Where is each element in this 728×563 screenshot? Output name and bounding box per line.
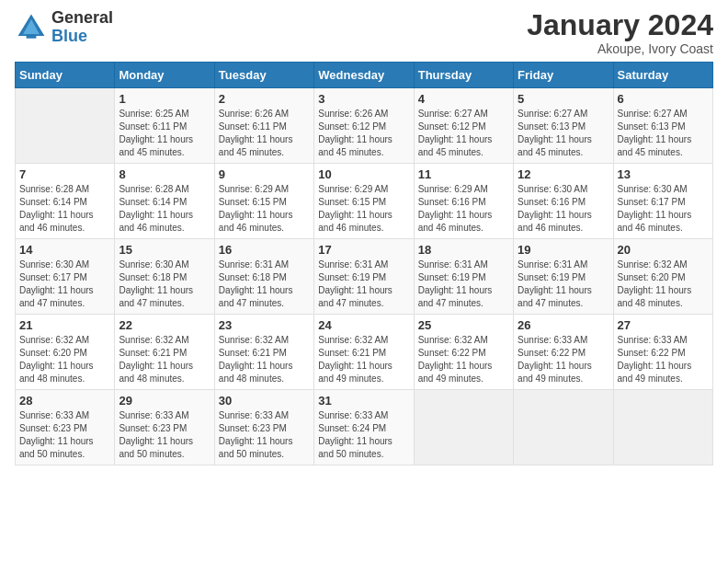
header-day: Monday — [115, 63, 214, 88]
day-info: Sunrise: 6:32 AMSunset: 6:20 PMDaylight:… — [618, 259, 709, 310]
day-info: Sunrise: 6:33 AMSunset: 6:22 PMDaylight:… — [618, 334, 709, 385]
day-info: Sunrise: 6:32 AMSunset: 6:20 PMDaylight:… — [19, 334, 110, 385]
day-info: Sunrise: 6:31 AMSunset: 6:19 PMDaylight:… — [318, 259, 409, 310]
logo-blue-text: Blue — [51, 28, 113, 46]
day-number: 12 — [518, 167, 609, 181]
calendar-cell: 13Sunrise: 6:30 AMSunset: 6:17 PMDayligh… — [613, 164, 712, 239]
header-day: Sunday — [16, 63, 115, 88]
calendar-cell: 16Sunrise: 6:31 AMSunset: 6:18 PMDayligh… — [214, 239, 313, 315]
calendar-table: SundayMondayTuesdayWednesdayThursdayFrid… — [15, 62, 713, 465]
calendar-cell: 4Sunrise: 6:27 AMSunset: 6:12 PMDaylight… — [414, 88, 513, 164]
logo-text: General Blue — [51, 9, 113, 46]
calendar-cell: 29Sunrise: 6:33 AMSunset: 6:23 PMDayligh… — [115, 390, 214, 465]
calendar-cell: 22Sunrise: 6:32 AMSunset: 6:21 PMDayligh… — [115, 315, 214, 390]
day-info: Sunrise: 6:31 AMSunset: 6:18 PMDaylight:… — [219, 259, 310, 310]
calendar-cell: 26Sunrise: 6:33 AMSunset: 6:22 PMDayligh… — [514, 315, 613, 390]
day-number: 9 — [219, 167, 310, 181]
day-number: 27 — [618, 318, 709, 332]
calendar-cell: 23Sunrise: 6:32 AMSunset: 6:21 PMDayligh… — [214, 315, 313, 390]
calendar-cell: 5Sunrise: 6:27 AMSunset: 6:13 PMDaylight… — [514, 88, 613, 164]
calendar-cell: 15Sunrise: 6:30 AMSunset: 6:18 PMDayligh… — [115, 239, 214, 315]
day-number: 18 — [418, 243, 509, 257]
calendar-cell: 18Sunrise: 6:31 AMSunset: 6:19 PMDayligh… — [414, 239, 513, 315]
day-info: Sunrise: 6:33 AMSunset: 6:23 PMDaylight:… — [219, 409, 310, 461]
day-number: 16 — [219, 243, 310, 257]
day-info: Sunrise: 6:28 AMSunset: 6:14 PMDaylight:… — [119, 183, 210, 235]
day-number: 3 — [318, 92, 409, 106]
logo-general-text: General — [51, 9, 113, 28]
calendar-cell — [414, 390, 513, 465]
calendar-week-row: 28Sunrise: 6:33 AMSunset: 6:23 PMDayligh… — [16, 390, 713, 465]
day-number: 10 — [318, 167, 409, 181]
calendar-week-row: 1Sunrise: 6:25 AMSunset: 6:11 PMDaylight… — [16, 88, 713, 164]
day-info: Sunrise: 6:33 AMSunset: 6:22 PMDaylight:… — [518, 334, 609, 385]
day-number: 4 — [418, 92, 509, 106]
day-number: 31 — [318, 394, 409, 408]
calendar-cell: 6Sunrise: 6:27 AMSunset: 6:13 PMDaylight… — [613, 88, 712, 164]
header-day: Tuesday — [214, 63, 313, 88]
title-block: January 2024 Akoupe, Ivory Coast — [527, 9, 713, 56]
header-day: Saturday — [613, 63, 712, 88]
day-number: 24 — [318, 318, 409, 332]
day-number: 15 — [119, 243, 210, 257]
calendar-cell: 2Sunrise: 6:26 AMSunset: 6:11 PMDaylight… — [214, 88, 313, 164]
day-number: 6 — [618, 92, 709, 106]
day-number: 5 — [518, 92, 609, 106]
calendar-cell: 14Sunrise: 6:30 AMSunset: 6:17 PMDayligh… — [16, 239, 115, 315]
calendar-cell: 8Sunrise: 6:28 AMSunset: 6:14 PMDaylight… — [115, 164, 214, 239]
day-info: Sunrise: 6:27 AMSunset: 6:13 PMDaylight:… — [518, 108, 609, 159]
day-number: 29 — [119, 394, 210, 408]
calendar-cell: 19Sunrise: 6:31 AMSunset: 6:19 PMDayligh… — [514, 239, 613, 315]
calendar-cell: 12Sunrise: 6:30 AMSunset: 6:16 PMDayligh… — [514, 164, 613, 239]
day-number: 28 — [19, 394, 110, 408]
calendar-cell: 10Sunrise: 6:29 AMSunset: 6:15 PMDayligh… — [314, 164, 414, 239]
calendar-week-row: 7Sunrise: 6:28 AMSunset: 6:14 PMDaylight… — [16, 164, 713, 239]
header-day: Thursday — [414, 63, 513, 88]
day-info: Sunrise: 6:27 AMSunset: 6:13 PMDaylight:… — [618, 108, 709, 159]
calendar-week-row: 14Sunrise: 6:30 AMSunset: 6:17 PMDayligh… — [16, 239, 713, 315]
calendar-cell: 1Sunrise: 6:25 AMSunset: 6:11 PMDaylight… — [115, 88, 214, 164]
header-day: Friday — [514, 63, 613, 88]
day-info: Sunrise: 6:31 AMSunset: 6:19 PMDaylight:… — [418, 259, 509, 310]
day-info: Sunrise: 6:29 AMSunset: 6:16 PMDaylight:… — [418, 183, 509, 235]
day-info: Sunrise: 6:32 AMSunset: 6:22 PMDaylight:… — [418, 334, 509, 385]
calendar-cell: 21Sunrise: 6:32 AMSunset: 6:20 PMDayligh… — [16, 315, 115, 390]
calendar-body: 1Sunrise: 6:25 AMSunset: 6:11 PMDaylight… — [16, 88, 713, 465]
calendar-cell: 28Sunrise: 6:33 AMSunset: 6:23 PMDayligh… — [16, 390, 115, 465]
day-number: 13 — [618, 167, 709, 181]
day-info: Sunrise: 6:27 AMSunset: 6:12 PMDaylight:… — [418, 108, 509, 159]
day-number: 14 — [19, 243, 110, 257]
calendar-cell — [514, 390, 613, 465]
calendar-cell: 11Sunrise: 6:29 AMSunset: 6:16 PMDayligh… — [414, 164, 513, 239]
svg-rect-2 — [27, 34, 37, 39]
day-number: 20 — [618, 243, 709, 257]
day-number: 11 — [418, 167, 509, 181]
calendar-cell: 25Sunrise: 6:32 AMSunset: 6:22 PMDayligh… — [414, 315, 513, 390]
page: General Blue January 2024 Akoupe, Ivory … — [0, 0, 728, 563]
day-info: Sunrise: 6:33 AMSunset: 6:23 PMDaylight:… — [119, 409, 210, 461]
day-info: Sunrise: 6:30 AMSunset: 6:17 PMDaylight:… — [618, 183, 709, 235]
day-number: 30 — [219, 394, 310, 408]
calendar-cell: 31Sunrise: 6:33 AMSunset: 6:24 PMDayligh… — [314, 390, 414, 465]
month-title: January 2024 — [527, 9, 713, 41]
day-info: Sunrise: 6:29 AMSunset: 6:15 PMDaylight:… — [318, 183, 409, 235]
day-info: Sunrise: 6:33 AMSunset: 6:24 PMDaylight:… — [318, 409, 409, 461]
day-info: Sunrise: 6:29 AMSunset: 6:15 PMDaylight:… — [219, 183, 310, 235]
day-info: Sunrise: 6:28 AMSunset: 6:14 PMDaylight:… — [19, 183, 110, 235]
day-number: 19 — [518, 243, 609, 257]
day-info: Sunrise: 6:32 AMSunset: 6:21 PMDaylight:… — [219, 334, 310, 385]
calendar-cell: 9Sunrise: 6:29 AMSunset: 6:15 PMDaylight… — [214, 164, 313, 239]
calendar-cell: 17Sunrise: 6:31 AMSunset: 6:19 PMDayligh… — [314, 239, 414, 315]
calendar-cell — [613, 390, 712, 465]
day-info: Sunrise: 6:26 AMSunset: 6:11 PMDaylight:… — [219, 108, 310, 159]
header-day: Wednesday — [314, 63, 414, 88]
logo-icon — [15, 11, 48, 44]
calendar-cell: 20Sunrise: 6:32 AMSunset: 6:20 PMDayligh… — [613, 239, 712, 315]
calendar-cell: 3Sunrise: 6:26 AMSunset: 6:12 PMDaylight… — [314, 88, 414, 164]
calendar-week-row: 21Sunrise: 6:32 AMSunset: 6:20 PMDayligh… — [16, 315, 713, 390]
calendar-cell: 27Sunrise: 6:33 AMSunset: 6:22 PMDayligh… — [613, 315, 712, 390]
day-number: 21 — [19, 318, 110, 332]
calendar-cell: 24Sunrise: 6:32 AMSunset: 6:21 PMDayligh… — [314, 315, 414, 390]
subtitle: Akoupe, Ivory Coast — [527, 41, 713, 56]
header: General Blue January 2024 Akoupe, Ivory … — [15, 9, 713, 56]
